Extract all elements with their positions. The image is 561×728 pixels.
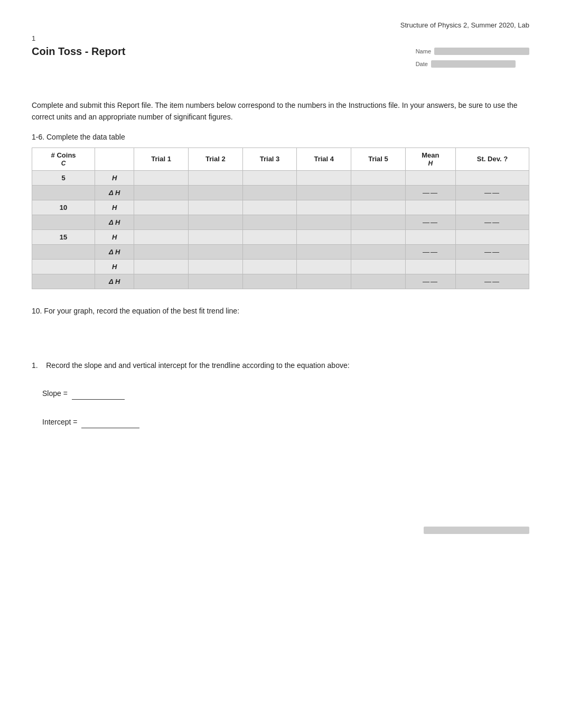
- slope-answer-line: [72, 388, 125, 400]
- question-1-block: 1. Record the slope and and vertical int…: [32, 360, 529, 428]
- col-mean-header: MeanH: [405, 148, 455, 170]
- table-row: Δ H —— ——: [32, 185, 529, 200]
- col-trial1-header: Trial 1: [134, 148, 189, 170]
- question-10-text: 10. For your graph, record the equation …: [32, 305, 529, 317]
- date-label: Date: [416, 61, 428, 67]
- table-row: H: [32, 259, 529, 274]
- coins-5: 5: [32, 170, 95, 185]
- col-trial5-header: Trial 5: [351, 148, 406, 170]
- col-coins-header: # Coins C: [32, 148, 95, 170]
- type-h-10: H: [95, 200, 134, 215]
- coins-15: 15: [32, 229, 95, 244]
- coins-10: 10: [32, 200, 95, 215]
- type-h-5: H: [95, 170, 134, 185]
- col-trial4-header: Trial 4: [297, 148, 351, 170]
- section1-label: 1-6. Complete the data table: [32, 133, 529, 141]
- date-field-row: Date: [416, 60, 529, 68]
- type-delta-10: Δ H: [95, 215, 134, 229]
- type-delta-extra: Δ H: [95, 274, 134, 289]
- col-trial3-header: Trial 3: [242, 148, 297, 170]
- intercept-answer-line: [81, 416, 139, 428]
- page-number: 1: [32, 34, 529, 42]
- intro-text: Complete and submit this Report file. Th…: [32, 99, 529, 123]
- type-h-extra: H: [95, 259, 134, 274]
- name-label: Name: [416, 48, 431, 54]
- doc-title: Coin Toss - Report: [32, 45, 125, 58]
- question-1-text: 1. Record the slope and and vertical int…: [32, 360, 529, 371]
- col-stdev-header: St. Dev. ?: [455, 148, 529, 170]
- intercept-line: Intercept =: [42, 416, 529, 428]
- course-title: Structure of Physics 2, Summer 2020, Lab: [400, 21, 529, 29]
- table-row: Δ H —— ——: [32, 244, 529, 259]
- type-delta-5: Δ H: [95, 185, 134, 200]
- header-fields: Name Date: [416, 48, 529, 68]
- table-row: Δ H —— ——: [32, 215, 529, 229]
- table-row: 10 H: [32, 200, 529, 215]
- table-row: 15 H: [32, 229, 529, 244]
- col-type-header: [95, 148, 134, 170]
- slope-line: Slope =: [42, 388, 529, 400]
- table-row: Δ H —— ——: [32, 274, 529, 289]
- question-10-block: 10. For your graph, record the equation …: [32, 305, 529, 345]
- data-table: # Coins C Trial 1 Trial 2 Trial 3 Trial …: [32, 148, 529, 289]
- col-trial2-header: Trial 2: [188, 148, 242, 170]
- footer-redacted-bar: [424, 527, 529, 534]
- name-field-row: Name: [416, 48, 529, 55]
- type-h-15: H: [95, 229, 134, 244]
- table-row: 5 H: [32, 170, 529, 185]
- page-header: Structure of Physics 2, Summer 2020, Lab: [32, 21, 529, 29]
- table-header-row: # Coins C Trial 1 Trial 2 Trial 3 Trial …: [32, 148, 529, 170]
- type-delta-15: Δ H: [95, 244, 134, 259]
